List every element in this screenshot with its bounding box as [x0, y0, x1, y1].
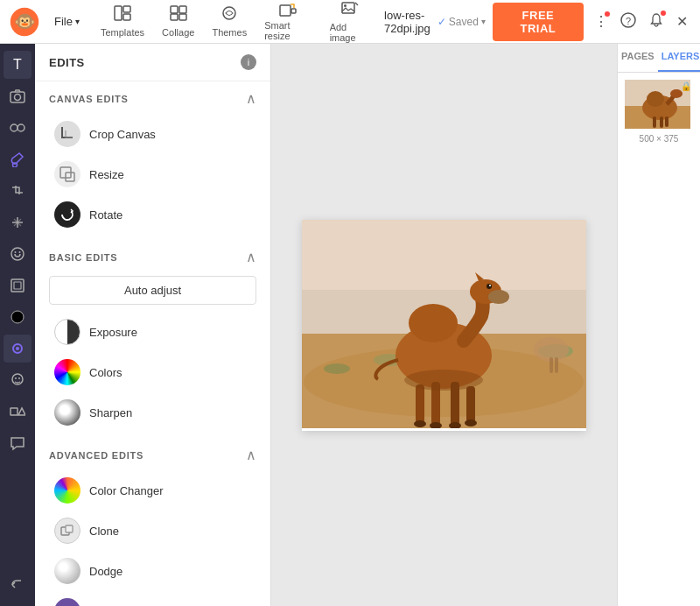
camera-tool-icon[interactable] — [4, 82, 32, 110]
svg-point-45 — [324, 363, 350, 374]
resize-icon — [54, 161, 80, 187]
icon-bar: T ⬤ — [0, 44, 35, 606]
info-icon[interactable]: i — [241, 54, 256, 70]
color-picker-icon[interactable]: ⬤ — [4, 303, 32, 331]
more-options-icon[interactable]: ⋮ — [591, 10, 612, 33]
svg-rect-6 — [179, 6, 186, 13]
templates-label: Templates — [101, 27, 144, 38]
svg-point-21 — [13, 163, 18, 167]
text-tool-icon[interactable]: T — [4, 51, 32, 79]
svg-rect-39 — [66, 525, 73, 532]
svg-point-14 — [344, 4, 346, 7]
help-icon[interactable]: ? — [617, 9, 640, 35]
free-trial-button[interactable]: FREE TRIAL — [493, 3, 584, 41]
shapes-tool-icon[interactable] — [4, 398, 32, 426]
svg-point-34 — [18, 377, 20, 379]
basic-edits-label: BASIC EDITS — [49, 252, 117, 263]
crop-icon — [54, 121, 80, 147]
pages-tab[interactable]: PAGES — [618, 44, 658, 72]
toolbar-templates[interactable]: Templates — [94, 2, 151, 41]
resize-item[interactable]: Resize — [40, 154, 265, 194]
svg-rect-26 — [14, 282, 21, 289]
right-tabs: PAGES LAYERS ✕ — [618, 44, 700, 73]
canvas-edits-toggle[interactable]: ∧ — [246, 90, 256, 107]
svg-rect-5 — [171, 6, 178, 13]
toolbar-smart-resize[interactable]: Smart resize — [257, 0, 318, 45]
svg-rect-7 — [171, 14, 178, 20]
color-changer-item[interactable]: Color Changer — [40, 470, 265, 511]
svg-rect-72 — [665, 116, 668, 127]
crop-tool-icon[interactable] — [4, 177, 32, 205]
advanced-edits-toggle[interactable]: ∧ — [246, 447, 256, 463]
filename-area: low-res-72dpi.jpg ✓ Saved ▾ — [384, 9, 486, 35]
edits-tool-icon[interactable] — [4, 335, 32, 363]
effects-tool-icon[interactable] — [4, 114, 32, 142]
advanced-edits-label: ADVANCED EDITS — [49, 450, 144, 461]
svg-line-13 — [355, 3, 358, 5]
file-label: File — [54, 15, 73, 28]
svg-text:🐵: 🐵 — [14, 11, 36, 32]
svg-rect-11 — [291, 9, 296, 13]
svg-point-57 — [414, 420, 426, 427]
saved-badge[interactable]: ✓ Saved ▾ — [438, 16, 486, 28]
panel-header: EDITS i — [35, 44, 270, 81]
right-panel: PAGES LAYERS ✕ 🔒 500 × 375 — [617, 44, 700, 606]
exposure-item[interactable]: Exposure — [40, 312, 265, 352]
sharpen-item[interactable]: Sharpen — [40, 392, 265, 433]
svg-rect-70 — [653, 116, 656, 128]
sharpen-label: Sharpen — [89, 406, 132, 419]
svg-point-22 — [11, 248, 24, 260]
burn-item[interactable]: Burn — [40, 591, 265, 606]
svg-point-19 — [10, 124, 18, 131]
resize-label: Resize — [89, 168, 124, 181]
face-tool-icon[interactable] — [4, 366, 32, 394]
svg-rect-2 — [115, 6, 122, 20]
file-menu[interactable]: File ▾ — [47, 11, 87, 32]
logo[interactable]: 🐵 — [9, 6, 40, 38]
toolbar-collage[interactable]: Collage — [155, 2, 201, 41]
basic-edits-toggle[interactable]: ∧ — [246, 249, 256, 265]
notification-icon[interactable] — [645, 9, 668, 35]
frame-tool-icon[interactable] — [4, 271, 32, 299]
page-size-label: 500 × 375 — [625, 134, 693, 144]
svg-point-18 — [15, 95, 21, 101]
saved-checkmark-icon: ✓ — [438, 16, 446, 28]
canvas-area[interactable] — [271, 44, 617, 606]
topbar-right: FREE TRIAL ⋮ ? ✕ — [493, 3, 691, 41]
dodge-icon — [54, 558, 80, 584]
color-changer-label: Color Changer — [89, 484, 164, 497]
svg-point-51 — [486, 284, 492, 289]
canvas-edits-header: CANVAS EDITS ∧ — [35, 81, 270, 114]
saved-label: Saved — [449, 16, 479, 28]
dodge-item[interactable]: Dodge — [40, 551, 265, 591]
retouch-tool-icon[interactable] — [4, 240, 32, 268]
layers-tab[interactable]: LAYERS — [658, 44, 700, 72]
toolbar-items: Templates Collage Themes Smart resize Ad… — [94, 0, 377, 46]
paint-tool-icon[interactable] — [4, 145, 32, 173]
svg-point-52 — [489, 285, 491, 286]
rotate-item[interactable]: Rotate — [40, 194, 265, 235]
close-icon[interactable]: ✕ — [673, 10, 691, 33]
svg-rect-37 — [66, 173, 74, 181]
transform-tool-icon[interactable] — [4, 208, 32, 236]
svg-point-48 — [409, 304, 458, 342]
speech-bubble-icon[interactable] — [4, 429, 32, 457]
advanced-edits-header: ADVANCED EDITS ∧ — [35, 438, 270, 470]
toolbar-themes[interactable]: Themes — [205, 2, 254, 41]
svg-rect-63 — [550, 357, 553, 373]
svg-point-20 — [18, 124, 24, 131]
exposure-icon — [54, 319, 80, 345]
colors-item[interactable]: Colors — [40, 352, 265, 392]
lock-icon: 🔒 — [681, 81, 691, 91]
clone-item[interactable]: Clone — [40, 511, 265, 551]
toolbar-add-image[interactable]: Add image — [323, 0, 377, 46]
crop-canvas-item[interactable]: Crop Canvas — [40, 114, 265, 154]
svg-point-60 — [465, 419, 477, 426]
svg-point-33 — [15, 377, 17, 379]
undo-icon[interactable] — [4, 571, 32, 599]
svg-rect-56 — [466, 386, 475, 423]
page-thumbnail[interactable]: 🔒 500 × 375 — [625, 80, 693, 144]
svg-rect-4 — [123, 14, 130, 20]
auto-adjust-button[interactable]: Auto adjust — [49, 276, 256, 305]
themes-icon — [220, 5, 238, 25]
